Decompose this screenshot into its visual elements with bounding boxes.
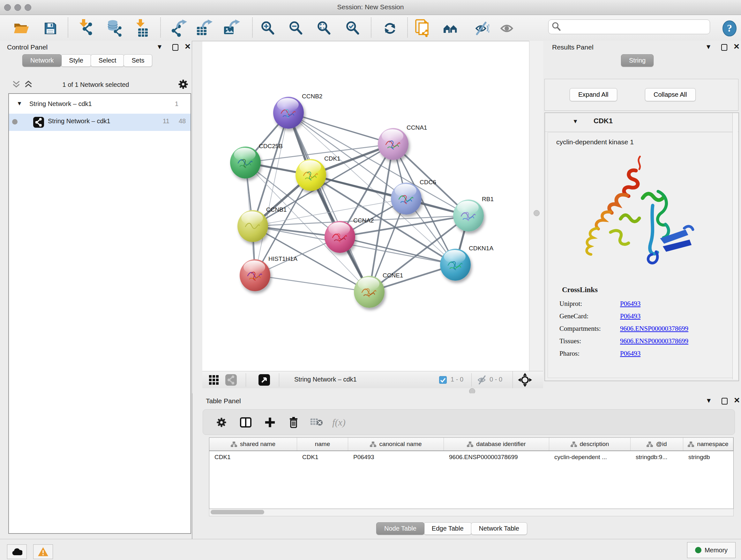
control-panel-menu-caret[interactable]: ▾ bbox=[158, 44, 161, 50]
tab-network-table[interactable]: Network Table bbox=[471, 522, 527, 535]
cloud-status-button[interactable] bbox=[7, 544, 27, 559]
scrollbar-thumb[interactable] bbox=[211, 510, 264, 514]
import-network-from-database-button[interactable] bbox=[106, 19, 124, 37]
help-button[interactable]: ? bbox=[721, 19, 738, 37]
column-header-description[interactable]: description bbox=[549, 438, 630, 450]
network-canvas[interactable]: CCNB2CCNA1CDC25BCDK1CDC6RB1CCNB1CCNA2CDK… bbox=[202, 42, 529, 371]
table-options-gear-button[interactable] bbox=[214, 415, 228, 429]
column-header-database-identifier[interactable]: database identifier bbox=[444, 438, 549, 450]
apply-preferred-layout-button[interactable] bbox=[381, 19, 399, 37]
tab-node-table[interactable]: Node Table bbox=[376, 522, 424, 535]
search-input[interactable] bbox=[563, 21, 705, 32]
zoom-fit-content-button[interactable] bbox=[315, 19, 333, 37]
crosslink-link[interactable]: P06493 bbox=[620, 300, 641, 308]
table-panel-float-button[interactable] bbox=[722, 398, 728, 405]
tab-select[interactable]: Select bbox=[91, 54, 125, 67]
network-node-RB1[interactable] bbox=[453, 199, 484, 232]
network-node-CDC25B[interactable] bbox=[230, 146, 261, 179]
table-panel-close-button[interactable]: ✕ bbox=[734, 397, 740, 403]
column-header-namespace[interactable]: namespace bbox=[683, 438, 733, 450]
column-header-shared-name[interactable]: shared name bbox=[209, 438, 297, 450]
crosslink-link[interactable]: P06493 bbox=[620, 350, 641, 358]
collection-expand-caret[interactable]: ▼ bbox=[17, 100, 22, 107]
table-cell[interactable]: 9606.ENSP00000378699 bbox=[444, 451, 549, 463]
tab-network[interactable]: Network bbox=[22, 54, 62, 67]
network-node-CDC6[interactable] bbox=[391, 183, 421, 214]
tab-style[interactable]: Style bbox=[61, 54, 91, 67]
import-table-from-file-button[interactable] bbox=[133, 19, 151, 37]
horizontal-splitter[interactable] bbox=[192, 388, 741, 393]
protein-description: cyclin-dependent kinase 1 bbox=[556, 138, 634, 146]
control-panel-float-button[interactable] bbox=[172, 44, 179, 51]
column-header-name[interactable]: name bbox=[297, 438, 348, 450]
export-image-button[interactable] bbox=[223, 19, 241, 37]
network-node-CCNB2[interactable] bbox=[273, 97, 304, 129]
crosslink-link[interactable]: 9606.ENSP00000378699 bbox=[620, 325, 688, 333]
delete-column-button[interactable] bbox=[286, 415, 300, 429]
table-cell[interactable]: CDK1 bbox=[297, 451, 348, 463]
show-all-button[interactable] bbox=[498, 19, 516, 37]
function-builder-button[interactable]: f(x) bbox=[332, 415, 346, 429]
first-neighbors-button[interactable] bbox=[443, 19, 461, 37]
center-view-button[interactable] bbox=[518, 373, 532, 389]
crosslink-label: Uniprot: bbox=[559, 300, 620, 308]
houses-icon bbox=[443, 21, 461, 36]
export-network-button[interactable] bbox=[170, 19, 188, 37]
detach-view-button[interactable] bbox=[259, 374, 270, 386]
table-panel-menu-caret[interactable]: ▾ bbox=[707, 397, 711, 403]
column-header--id[interactable]: @id bbox=[630, 438, 683, 450]
show-columns-button[interactable] bbox=[239, 415, 253, 429]
network-node-CDKN1A[interactable] bbox=[440, 249, 471, 281]
export-table-button[interactable] bbox=[196, 19, 214, 37]
crosslink-link[interactable]: P06493 bbox=[620, 312, 641, 320]
table-cell[interactable]: P06493 bbox=[348, 451, 444, 463]
create-column-button[interactable] bbox=[263, 415, 277, 429]
table-row[interactable]: CDK1CDK1P064939606.ENSP00000378699cyclin… bbox=[209, 451, 733, 463]
memory-button[interactable]: Memory bbox=[687, 542, 736, 558]
network-node-CCNA2[interactable] bbox=[325, 221, 355, 253]
network-options-gear-button[interactable] bbox=[178, 78, 189, 91]
zoom-in-button[interactable] bbox=[259, 19, 277, 37]
results-panel-close-button[interactable]: ✕ bbox=[733, 44, 740, 50]
crosslink-link[interactable]: 9606.ENSP00000378699 bbox=[620, 337, 688, 345]
zoom-selected-button[interactable] bbox=[344, 19, 362, 37]
column-header-canonical-name[interactable]: canonical name bbox=[348, 438, 444, 450]
network-node-CCNA1[interactable] bbox=[378, 128, 408, 160]
network-node-CCNE1[interactable] bbox=[354, 276, 385, 308]
protein-section-header[interactable]: ▼ CDK1 bbox=[545, 113, 738, 132]
selected-checkbox-icon[interactable] bbox=[439, 376, 447, 384]
results-panel-menu-caret[interactable]: ▾ bbox=[706, 44, 711, 50]
crosslinks-list: Uniprot:P06493GeneCard:P06493Compartment… bbox=[548, 295, 734, 362]
control-panel-close-button[interactable]: ✕ bbox=[185, 44, 191, 50]
vertical-splitter[interactable] bbox=[529, 41, 544, 388]
table-cell[interactable]: stringdb bbox=[683, 451, 733, 463]
new-network-from-selection-button[interactable] bbox=[414, 19, 431, 37]
section-expand-caret[interactable]: ▼ bbox=[572, 118, 578, 125]
delete-table-button[interactable] bbox=[310, 415, 324, 429]
network-node-CCNB1[interactable] bbox=[238, 210, 268, 242]
network-node-CDK1[interactable] bbox=[295, 159, 326, 191]
tab-sets[interactable]: Sets bbox=[124, 54, 152, 67]
tab-string[interactable]: String bbox=[621, 54, 654, 67]
save-session-button[interactable] bbox=[42, 19, 59, 37]
zoom-out-button[interactable] bbox=[287, 19, 305, 37]
table-cell[interactable]: CDK1 bbox=[209, 451, 297, 463]
network-row-selected[interactable]: String Network – cdk1 11 48 bbox=[9, 114, 191, 131]
collapse-all-button[interactable]: Collapse All bbox=[645, 88, 696, 101]
results-panel-float-button[interactable] bbox=[721, 44, 727, 51]
expand-all-button[interactable]: Expand All bbox=[569, 88, 617, 101]
splitter-handle[interactable] bbox=[534, 210, 540, 216]
table-cell[interactable]: stringdb:9... bbox=[630, 451, 683, 463]
open-session-button[interactable] bbox=[13, 19, 30, 37]
tab-edge-table[interactable]: Edge Table bbox=[424, 522, 472, 535]
table-cell[interactable]: cyclin-dependent ... bbox=[549, 451, 630, 463]
network-collection-row[interactable]: ▼ String Network – cdk1 1 bbox=[9, 97, 191, 114]
warnings-button[interactable] bbox=[33, 544, 53, 559]
table-horizontal-scrollbar[interactable] bbox=[209, 509, 734, 516]
import-network-from-file-button[interactable] bbox=[77, 19, 95, 37]
network-node-HIST1H1A[interactable] bbox=[240, 259, 270, 291]
birds-eye-view-button[interactable] bbox=[209, 375, 219, 387]
hide-selected-button[interactable] bbox=[472, 19, 490, 37]
network-share-toggle-icon[interactable] bbox=[225, 374, 237, 386]
results-scrollbar[interactable] bbox=[732, 113, 738, 379]
